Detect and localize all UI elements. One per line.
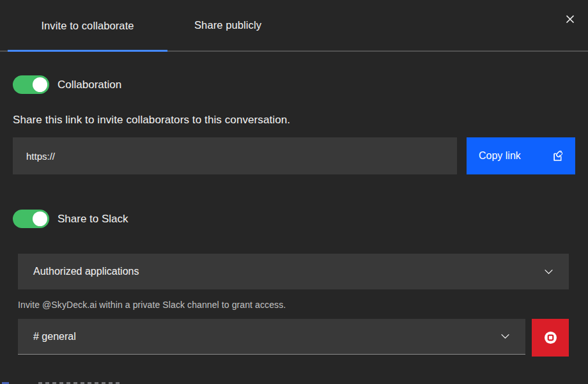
authorized-applications-dropdown[interactable]: Authorized applications: [18, 254, 569, 289]
chevron-down-icon: [544, 269, 553, 275]
tab-label: Share publicly: [194, 19, 261, 31]
authorized-applications-value: Authorized applications: [33, 266, 139, 277]
slack-channel-value: # general: [33, 331, 76, 342]
collaboration-toggle[interactable]: [13, 75, 49, 94]
copy-link-button-label: Copy link: [479, 150, 521, 162]
share-link-row: Copy link: [13, 137, 575, 174]
chevron-down-icon: [500, 334, 510, 339]
toggle-knob: [33, 77, 47, 92]
slack-helper-text: Invite @SkyDeck.ai within a private Slac…: [18, 300, 569, 310]
collaboration-toggle-label: Collaboration: [58, 79, 121, 91]
share-link-input[interactable]: [13, 137, 457, 174]
tab-invite-to-collaborate[interactable]: Invite to collaborate: [8, 1, 167, 52]
slack-channel-row: # general: [18, 319, 569, 357]
collaboration-toggle-row: Collaboration: [13, 75, 575, 94]
toggle-knob: [33, 211, 47, 226]
share-link-description: Share this link to invite collaborators …: [13, 114, 575, 127]
dialog-body: Collaboration Share this link to invite …: [0, 75, 588, 357]
dialog-tab-bar: Invite to collaborate Share publicly: [0, 0, 588, 52]
share-to-slack-toggle-label: Share to Slack: [58, 213, 128, 226]
slack-section: Authorized applications Invite @SkyDeck.…: [18, 254, 569, 357]
tab-label: Invite to collaborate: [41, 20, 134, 32]
copy-link-button[interactable]: Copy link: [467, 137, 575, 174]
tab-share-publicly[interactable]: Share publicly: [167, 0, 288, 50]
close-icon: [565, 14, 575, 24]
stop-sharing-button[interactable]: [532, 319, 569, 357]
stop-icon: [544, 331, 557, 344]
clipped-bottom-content: [0, 381, 588, 384]
copy-link-icon: [551, 150, 564, 163]
slack-toggle-row: Share to Slack: [13, 210, 575, 228]
slack-channel-dropdown[interactable]: # general: [18, 319, 525, 355]
close-button[interactable]: [561, 10, 579, 28]
share-to-slack-toggle[interactable]: [13, 210, 49, 228]
